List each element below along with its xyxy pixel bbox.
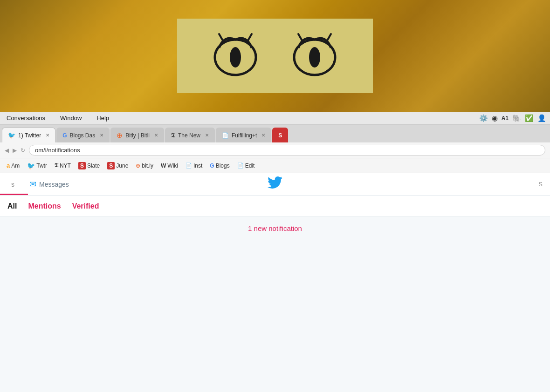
menu-conversations[interactable]: Conversations xyxy=(4,114,48,122)
tab-nyt-close[interactable]: ✕ xyxy=(205,133,209,138)
bookmark-bitly[interactable]: ⊕ bit.ly xyxy=(133,161,156,170)
twitter-content: s ✉ Messages S All Mentions Verified 1 n… xyxy=(0,173,550,392)
tab-blogs-close[interactable]: ✕ xyxy=(100,133,103,138)
tab-slate[interactable]: S xyxy=(272,128,288,142)
twitter-nav-left: s ✉ Messages xyxy=(7,177,73,191)
tab-bitly-close[interactable]: ✕ xyxy=(154,133,158,138)
tab-fulfilling-close[interactable]: ✕ xyxy=(261,133,265,138)
address-bar: ◀ ▶ ↻ om/i/notifications xyxy=(0,142,550,158)
google-tab-favicon: G xyxy=(62,132,67,139)
bookmark-slate-label: Slate xyxy=(87,162,100,169)
url-bar[interactable]: om/i/notifications xyxy=(29,145,545,155)
notif-tab-all[interactable]: All xyxy=(7,196,17,216)
tab-nyt[interactable]: 𝔗 The New ✕ xyxy=(165,128,215,142)
nyt-tab-favicon: 𝔗 xyxy=(171,132,175,139)
check-icon: ✅ xyxy=(525,114,534,122)
laptop-lid xyxy=(0,0,550,112)
messages-label: Messages xyxy=(39,181,69,188)
edit-bookmark-icon: 📄 xyxy=(237,162,244,169)
tab-blogs-label: Blogs Das xyxy=(69,132,95,139)
svg-point-1 xyxy=(230,47,241,68)
bookmark-june[interactable]: S June xyxy=(104,161,131,171)
tab-twitter-label: 1) Twitter xyxy=(18,132,41,139)
bookmark-slate[interactable]: S Slate xyxy=(76,161,103,171)
menu-bar: Conversations Window Help ⚙️ ◉ A1 🐘 ✅ 👤 xyxy=(0,112,550,125)
cat-eye-left xyxy=(210,30,261,81)
tab-fulfilling[interactable]: 📄 Fulfilling+t ✕ xyxy=(216,128,271,142)
inst-bookmark-icon: 📄 xyxy=(186,162,192,169)
messages-icon: ✉ xyxy=(29,179,36,189)
tab-nyt-label: The New xyxy=(178,132,200,139)
svg-line-6 xyxy=(298,34,302,41)
twitter-nav: s ✉ Messages S xyxy=(0,173,550,196)
twitter-tab-favicon: 🐦 xyxy=(8,132,15,139)
bookmark-twitter-label: Twtr xyxy=(36,162,47,169)
gear-icon: ⚙️ xyxy=(479,114,488,122)
evernote-icon: 🐘 xyxy=(512,114,521,122)
twitter-bookmark-icon: 🐦 xyxy=(27,162,35,169)
wiki-bookmark-icon: W xyxy=(161,162,166,169)
twitter-bird-logo[interactable] xyxy=(268,176,282,192)
bookmark-blogs[interactable]: G Blogs xyxy=(207,161,232,170)
adobe-icon: ◉ xyxy=(492,114,498,122)
sticky-note xyxy=(177,19,373,93)
nyt-bookmark-icon: 𝔗 xyxy=(55,162,58,169)
bookmark-inst[interactable]: 📄 Inst xyxy=(183,161,205,170)
tab-twitter[interactable]: 🐦 1) Twitter ✕ xyxy=(2,128,55,142)
svg-line-3 xyxy=(248,34,252,41)
bookmarks-bar: a Am 🐦 Twtr 𝔗 NYT S Slate S June ⊕ bit.l… xyxy=(0,158,550,173)
blogs-bookmark-icon: G xyxy=(210,162,214,169)
nav-partial-left[interactable]: s xyxy=(7,179,18,190)
menu-help[interactable]: Help xyxy=(94,114,112,122)
bookmark-amazon-label: Am xyxy=(11,162,20,169)
font-icon: A1 xyxy=(502,115,509,122)
bookmark-inst-label: Inst xyxy=(193,162,202,169)
menu-window[interactable]: Window xyxy=(57,114,84,122)
fulfilling-tab-favicon: 📄 xyxy=(222,132,229,139)
bookmark-wiki[interactable]: W Wiki xyxy=(158,161,181,170)
svg-line-2 xyxy=(219,34,223,41)
june-bookmark-icon: S xyxy=(107,162,115,169)
tab-fulfilling-label: Fulfilling+t xyxy=(232,132,257,139)
notification-tabs: All Mentions Verified xyxy=(0,196,550,217)
bookmark-edit[interactable]: 📄 Edit xyxy=(234,161,258,170)
tab-bitly[interactable]: ⊕ Bitly | Bitli ✕ xyxy=(110,128,164,142)
bookmark-blogs-label: Blogs xyxy=(216,162,230,169)
svg-point-5 xyxy=(309,47,320,68)
back-button[interactable]: ◀ xyxy=(5,147,9,154)
bitly-tab-favicon: ⊕ xyxy=(117,131,123,140)
bookmark-nyt-label: NYT xyxy=(60,162,71,169)
bookmark-wiki-label: Wiki xyxy=(167,162,178,169)
tab-twitter-close[interactable]: ✕ xyxy=(46,133,49,138)
new-notification-banner[interactable]: 1 new notification xyxy=(0,217,550,240)
nav-partial-right[interactable]: S xyxy=(538,181,543,188)
svg-line-7 xyxy=(327,34,331,41)
amazon-icon: a xyxy=(7,162,10,169)
notif-tab-mentions[interactable]: Mentions xyxy=(28,196,61,216)
tabs-bar: 🐦 1) Twitter ✕ G Blogs Das ✕ ⊕ Bitly | B… xyxy=(0,125,550,142)
slate-bookmark-icon: S xyxy=(78,162,86,169)
tab-slate-label: S xyxy=(278,132,282,139)
menu-icons: ⚙️ ◉ A1 🐘 ✅ 👤 xyxy=(479,114,546,122)
refresh-button[interactable]: ↻ xyxy=(21,147,25,154)
bookmark-nyt[interactable]: 𝔗 NYT xyxy=(52,161,74,170)
user-icon: 👤 xyxy=(537,114,546,122)
notif-tab-verified[interactable]: Verified xyxy=(72,196,99,216)
nav-messages[interactable]: ✉ Messages xyxy=(26,177,73,191)
tab-bitly-label: Bitly | Bitli xyxy=(125,132,150,139)
bookmark-bitly-label: bit.ly xyxy=(142,162,153,169)
bookmark-amazon[interactable]: a Am xyxy=(4,161,22,170)
bitly-bookmark-icon: ⊕ xyxy=(136,162,140,169)
bookmark-june-label: June xyxy=(116,162,128,169)
tab-blogs[interactable]: G Blogs Das ✕ xyxy=(56,128,110,142)
bookmark-edit-label: Edit xyxy=(245,162,255,169)
cat-eye-right xyxy=(289,30,340,81)
bookmark-twitter[interactable]: 🐦 Twtr xyxy=(24,161,50,171)
forward-button[interactable]: ▶ xyxy=(13,147,17,154)
active-tab-indicator xyxy=(0,194,28,195)
